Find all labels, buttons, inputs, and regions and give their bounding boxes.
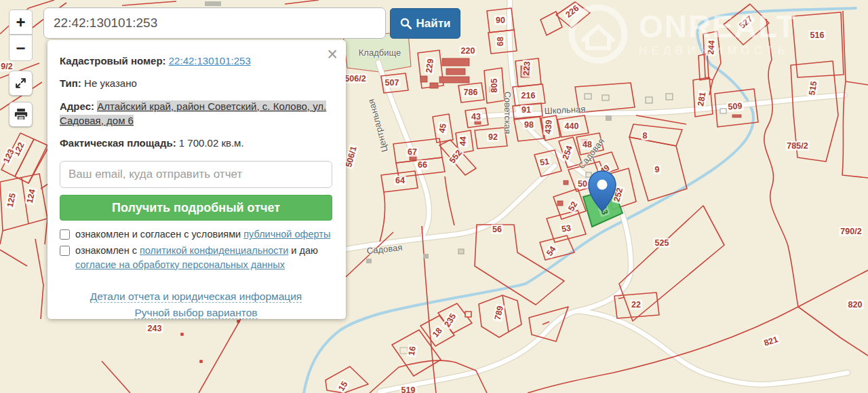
search-button-label: Найти <box>416 17 451 31</box>
plus-icon: + <box>16 13 25 32</box>
cadastral-number-link[interactable]: 22:42:130101:253 <box>169 55 251 67</box>
privacy-consent-row: ознакомлен с политикой конфиденциальност… <box>60 244 332 272</box>
minus-icon: − <box>16 39 25 58</box>
area-row: Фактическая площадь: 1 700.02 кв.м. <box>60 136 332 150</box>
search-button[interactable]: Найти <box>390 8 460 39</box>
privacy-consent-checkbox[interactable] <box>60 246 70 256</box>
public-offer-link[interactable]: публичной оферты <box>243 229 330 240</box>
search-icon <box>400 18 412 29</box>
zoom-out-button[interactable]: − <box>9 35 33 61</box>
zoom-in-button[interactable]: + <box>9 10 33 35</box>
cadastral-number-label: Кадастровый номер: <box>60 55 166 67</box>
report-details-link[interactable]: Детали отчета и юридическая информация <box>90 291 302 303</box>
manual-selection-link[interactable]: Ручной выбор вариантов <box>134 307 257 319</box>
get-report-button[interactable]: Получить подробный отчет <box>60 195 332 221</box>
offer-consent-text: ознакомлен и согласен с условиями <box>75 229 243 240</box>
area-value: 1 700.02 кв.м. <box>179 137 244 149</box>
search-input[interactable] <box>43 7 386 39</box>
area-label: Фактическая площадь: <box>60 137 176 149</box>
offer-consent-row: ознакомлен и согласен с условиями публич… <box>60 227 332 242</box>
address-label: Адрес: <box>60 100 94 112</box>
type-row: Тип: Не указано <box>60 76 332 90</box>
personal-data-consent-link[interactable]: согласие на обработку персональных данны… <box>75 259 285 270</box>
printer-icon <box>14 108 28 121</box>
map-pin[interactable] <box>587 170 617 213</box>
print-button[interactable] <box>9 102 33 127</box>
privacy-consent-text2: и даю <box>288 245 318 256</box>
parcel-info-panel: × Кадастровый номер: 22:42:130101:253 Ти… <box>47 40 346 319</box>
email-field[interactable] <box>60 161 332 188</box>
fullscreen-button[interactable] <box>9 71 33 96</box>
privacy-policy-link[interactable]: политикой конфиденциальности <box>140 245 288 256</box>
privacy-consent-text1: ознакомлен с <box>75 245 140 256</box>
panel-footer-links: Детали отчета и юридическая информация Р… <box>60 288 332 322</box>
address-row: Адрес: Алтайский край, район Советский, … <box>60 99 332 128</box>
map-app: КладбищеЦентральнаяСоветскаяШкольнаяСадо… <box>0 0 868 393</box>
cadastral-number-row: Кадастровый номер: 22:42:130101:253 <box>60 54 332 68</box>
address-link[interactable]: Алтайский край, район Советский, с. Коло… <box>60 100 326 126</box>
type-value: Не указано <box>84 77 137 89</box>
expand-icon <box>14 77 27 90</box>
close-icon[interactable]: × <box>327 45 338 64</box>
type-label: Тип: <box>60 77 81 89</box>
offer-consent-checkbox[interactable] <box>60 229 70 240</box>
